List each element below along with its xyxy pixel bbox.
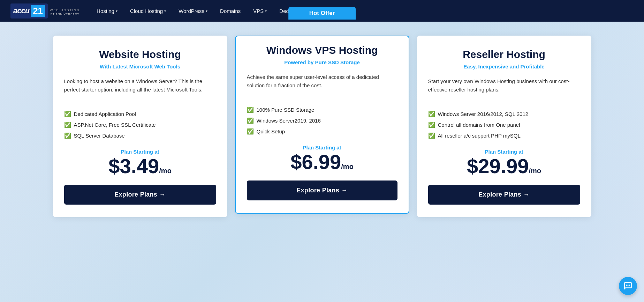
logo-text: accu <box>13 6 29 15</box>
hot-offer-badge: Hot Offer <box>288 7 356 20</box>
chevron-down-icon: ▾ <box>116 9 118 13</box>
svg-point-2 <box>629 285 630 286</box>
price-amount-3: $29.99 <box>467 155 529 177</box>
chevron-down-icon: ▾ <box>265 9 267 13</box>
nav-item-hosting[interactable]: Hosting ▾ <box>90 0 124 22</box>
nav-item-vps[interactable]: VPS ▾ <box>247 0 273 22</box>
check-icon: ✅ <box>64 121 71 128</box>
feature-item: ✅ Windows Server2019, 2016 <box>247 117 397 124</box>
logo-number: 21 <box>31 5 45 17</box>
explore-plans-button-2[interactable]: Explore Plans → <box>247 181 397 200</box>
card-subtitle-website: With Latest Microsoft Web Tools <box>64 64 216 69</box>
feature-item: ✅ Windows Server 2016/2012, SQL 2012 <box>428 111 580 117</box>
card-website-hosting: Website Hosting With Latest Microsoft We… <box>53 36 227 217</box>
check-icon: ✅ <box>247 128 254 135</box>
features-list-website: ✅ Dedicated Application Pool ✅ ASP.Net C… <box>64 111 216 139</box>
check-icon: ✅ <box>64 132 71 139</box>
price-vps: $6.99/mo <box>247 152 397 172</box>
card-subtitle-vps: Powered by Pure SSD Storage <box>247 59 397 65</box>
nav-item-domains[interactable]: Domains <box>214 0 247 22</box>
price-period-2: /mo <box>341 163 354 170</box>
card-middle-inner: Windows VPS Hosting Powered by Pure SSD … <box>247 36 397 200</box>
feature-item: ✅ SQL Server Database <box>64 132 216 139</box>
check-icon: ✅ <box>428 121 435 128</box>
card-reseller-hosting: Reseller Hosting Easy, Inexpensive and P… <box>417 36 591 217</box>
card-description-reseller: Start your very own Windows Hosting busi… <box>428 77 580 102</box>
feature-item: ✅ Quick Setup <box>247 128 397 135</box>
feature-item: ✅ Control all domains from One panel <box>428 121 580 128</box>
plan-starting-label-3: Plan Starting at <box>428 149 580 155</box>
logo-subtitle: web hosting <box>50 8 80 12</box>
explore-plans-button-1[interactable]: Explore Plans → <box>64 185 216 205</box>
card-windows-vps: Hot Offer Windows VPS Hosting Powered by… <box>235 36 409 214</box>
check-icon: ✅ <box>428 111 435 117</box>
price-reseller: $29.99/mo <box>428 156 580 176</box>
svg-point-1 <box>627 285 628 286</box>
price-period-3: /mo <box>529 167 541 175</box>
card-description-vps: Achieve the same super user-level access… <box>247 73 397 98</box>
features-list-vps: ✅ 100% Pure SSD Storage ✅ Windows Server… <box>247 106 397 135</box>
price-website: $3.49/mo <box>64 156 216 176</box>
card-subtitle-reseller: Easy, Inexpensive and Profitable <box>428 64 580 69</box>
plan-starting-label-1: Plan Starting at <box>64 149 216 155</box>
nav-items: Hosting ▾ Cloud Hosting ▾ WordPress ▾ Do… <box>90 0 634 22</box>
feature-item: ✅ Dedicated Application Pool <box>64 111 216 117</box>
feature-item: ✅ All reseller a/c support PHP mySQL <box>428 132 580 139</box>
main-content: Website Hosting With Latest Microsoft We… <box>0 22 644 302</box>
price-amount-1: $3.49 <box>108 155 159 177</box>
check-icon: ✅ <box>64 111 71 117</box>
card-title-website: Website Hosting <box>64 48 216 61</box>
svg-point-0 <box>626 285 627 286</box>
card-title-vps: Windows VPS Hosting <box>247 44 397 57</box>
logo-anniversary: ST ANNIVERSARY <box>50 13 80 16</box>
price-amount-2: $6.99 <box>290 150 341 173</box>
features-list-reseller: ✅ Windows Server 2016/2012, SQL 2012 ✅ C… <box>428 111 580 139</box>
chevron-down-icon: ▾ <box>206 9 207 13</box>
logo[interactable]: accu 21 web hosting ST ANNIVERSARY <box>10 3 80 19</box>
nav-item-wordpress[interactable]: WordPress ▾ <box>172 0 214 22</box>
plan-starting-label-2: Plan Starting at <box>247 145 397 150</box>
feature-item: ✅ ASP.Net Core, Free SSL Certificate <box>64 121 216 128</box>
price-period-1: /mo <box>159 167 172 175</box>
check-icon: ✅ <box>247 106 254 113</box>
feature-item: ✅ 100% Pure SSD Storage <box>247 106 397 113</box>
check-icon: ✅ <box>247 117 254 124</box>
chat-bubble-button[interactable] <box>619 277 637 295</box>
nav-item-cloud-hosting[interactable]: Cloud Hosting ▾ <box>124 0 172 22</box>
chevron-down-icon: ▾ <box>164 9 166 13</box>
check-icon: ✅ <box>428 132 435 139</box>
chat-icon <box>623 281 632 290</box>
card-description-website: Looking to host a website on a Windows S… <box>64 77 216 102</box>
card-title-reseller: Reseller Hosting <box>428 48 580 61</box>
explore-plans-button-3[interactable]: Explore Plans → <box>428 185 580 205</box>
